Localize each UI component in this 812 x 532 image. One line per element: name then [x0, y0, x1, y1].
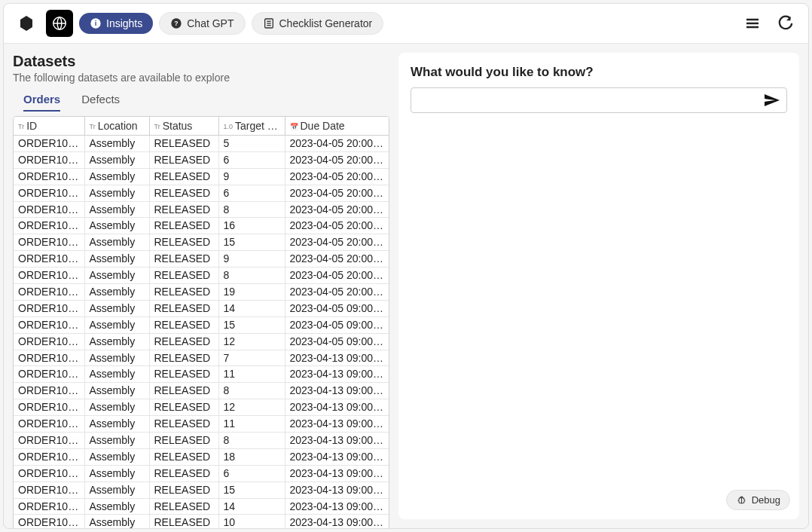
cell-status: RELEASED — [149, 234, 218, 251]
cell-due: 2023-04-05 20:00:… — [285, 168, 389, 185]
cell-due: 2023-04-13 09:00:… — [285, 416, 389, 433]
cell-qty: 6 — [218, 151, 285, 168]
cell-id: ORDER100… — [14, 201, 84, 218]
cell-qty: 8 — [218, 383, 285, 399]
col-header-id[interactable]: TrID — [14, 117, 84, 136]
cell-location: Assembly — [84, 151, 149, 168]
refresh-button[interactable] — [772, 10, 799, 37]
cell-qty: 18 — [218, 448, 285, 465]
cell-qty: 19 — [218, 284, 285, 301]
cell-qty: 15 — [218, 234, 285, 251]
cell-id: ORDER100… — [14, 433, 84, 449]
cell-location: Assembly — [84, 201, 149, 218]
cell-id: ORDER100… — [14, 234, 84, 251]
cell-qty: 14 — [218, 498, 285, 515]
table-row[interactable]: ORDER100…AssemblyRELEASED102023-04-13 09… — [14, 515, 389, 528]
table-row[interactable]: ORDER100…AssemblyRELEASED142023-04-13 09… — [14, 498, 389, 515]
table-row[interactable]: ORDER100…AssemblyRELEASED82023-04-05 20:… — [14, 201, 389, 218]
cell-status: RELEASED — [149, 465, 218, 482]
cell-qty: 14 — [218, 300, 285, 316]
cell-due: 2023-04-05 09:00:… — [285, 316, 389, 333]
cell-location: Assembly — [84, 399, 149, 416]
cell-qty: 9 — [218, 251, 285, 268]
send-button[interactable] — [762, 91, 780, 109]
tab-orders[interactable]: Orders — [23, 93, 60, 112]
cell-location: Assembly — [84, 251, 149, 268]
col-header-status[interactable]: TrStatus — [149, 117, 218, 136]
checklist-chip[interactable]: Checklist Generator — [252, 12, 384, 35]
cell-due: 2023-04-05 20:00:… — [285, 284, 389, 301]
cell-id: ORDER100… — [14, 482, 84, 498]
table-row[interactable]: ORDER100…AssemblyRELEASED112023-04-13 09… — [14, 366, 389, 383]
table-row[interactable]: ORDER100…AssemblyRELEASED152023-04-13 09… — [14, 482, 389, 498]
cell-location: Assembly — [84, 234, 149, 251]
debug-label: Debug — [752, 494, 780, 506]
cell-location: Assembly — [84, 284, 149, 301]
col-header-due-date[interactable]: 📅Due Date — [285, 117, 389, 136]
cell-id: ORDER100… — [14, 465, 84, 482]
table-row[interactable]: ORDER100…AssemblyRELEASED62023-04-05 20:… — [14, 185, 389, 201]
cell-status: RELEASED — [149, 268, 218, 284]
cell-status: RELEASED — [149, 482, 218, 498]
table-row[interactable]: ORDER100…AssemblyRELEASED72023-04-13 09:… — [14, 350, 389, 366]
openai-logo-icon[interactable] — [46, 10, 73, 37]
table-row[interactable]: ORDER10011AssemblyRELEASED142023-04-05 0… — [14, 300, 389, 316]
cell-id: ORDER100… — [14, 448, 84, 465]
cell-qty: 7 — [218, 350, 285, 366]
cell-due: 2023-04-05 20:00:… — [285, 151, 389, 168]
cell-status: RELEASED — [149, 201, 218, 218]
prompt-input[interactable] — [417, 91, 762, 109]
table-row[interactable]: ORDER100…AssemblyRELEASED182023-04-13 09… — [14, 448, 389, 465]
cell-due: 2023-04-05 20:00:… — [285, 136, 389, 152]
table-row[interactable]: ORDER100…AssemblyRELEASED122023-04-05 09… — [14, 333, 389, 350]
info-icon: i — [90, 17, 102, 29]
table-row[interactable]: ORDER100…AssemblyRELEASED152023-04-05 20… — [14, 234, 389, 251]
cell-id: ORDER100… — [14, 350, 84, 366]
cell-qty: 12 — [218, 333, 285, 350]
table-row[interactable]: ORDER100…AssemblyRELEASED92023-04-05 20:… — [14, 168, 389, 185]
table-row[interactable]: ORDER100…AssemblyRELEASED62023-04-13 09:… — [14, 465, 389, 482]
cell-location: Assembly — [84, 333, 149, 350]
svg-line-16 — [743, 503, 744, 503]
cell-id: ORDER100… — [14, 316, 84, 333]
table-row[interactable]: ORDER100…AssemblyRELEASED152023-04-05 09… — [14, 316, 389, 333]
menu-button[interactable] — [739, 10, 766, 37]
datasets-panel: Datasets The following datasets are avai… — [13, 53, 389, 519]
cell-id: ORDER100… — [14, 416, 84, 433]
table-row[interactable]: ORDER100…AssemblyRELEASED82023-04-05 20:… — [14, 268, 389, 284]
debug-chip[interactable]: Debug — [726, 490, 790, 510]
send-icon — [762, 91, 780, 109]
cell-status: RELEASED — [149, 218, 218, 234]
table-row[interactable]: ORDER100…AssemblyRELEASED52023-04-05 20:… — [14, 136, 389, 152]
cell-qty: 15 — [218, 316, 285, 333]
cell-status: RELEASED — [149, 383, 218, 399]
table-row[interactable]: ORDER100…AssemblyRELEASED62023-04-05 20:… — [14, 151, 389, 168]
cell-id: ORDER100… — [14, 383, 84, 399]
table-row[interactable]: ORDER100…AssemblyRELEASED162023-04-05 20… — [14, 218, 389, 234]
cell-location: Assembly — [84, 350, 149, 366]
table-row[interactable]: ORDER100…AssemblyRELEASED192023-04-05 20… — [14, 284, 389, 301]
table-row[interactable]: ORDER100…AssemblyRELEASED82023-04-13 09:… — [14, 433, 389, 449]
cell-due: 2023-04-05 20:00:… — [285, 234, 389, 251]
table-row[interactable]: ORDER100…AssemblyRELEASED112023-04-13 09… — [14, 416, 389, 433]
table-row[interactable]: ORDER100…AssemblyRELEASED92023-04-05 20:… — [14, 251, 389, 268]
svg-text:?: ? — [175, 20, 179, 27]
table-row[interactable]: ORDER100…AssemblyRELEASED82023-04-13 09:… — [14, 383, 389, 399]
text-type-icon: Tr — [90, 123, 96, 130]
chatgpt-chip[interactable]: ? Chat GPT — [159, 12, 245, 35]
cell-qty: 5 — [218, 136, 285, 152]
cell-qty: 16 — [218, 218, 285, 234]
cell-status: RELEASED — [149, 399, 218, 416]
col-header-location[interactable]: TrLocation — [84, 117, 149, 136]
insights-chip[interactable]: i Insights — [79, 13, 153, 34]
cell-qty: 9 — [218, 168, 285, 185]
app-logo-icon[interactable] — [13, 10, 40, 37]
col-header-target-qty[interactable]: 1.0Target Q… — [218, 117, 285, 136]
text-type-icon: Tr — [154, 123, 160, 130]
help-icon: ? — [170, 17, 182, 29]
cell-location: Assembly — [84, 268, 149, 284]
tab-defects[interactable]: Defects — [81, 93, 120, 112]
checklist-label: Checklist Generator — [279, 17, 373, 29]
table-row[interactable]: ORDER100…AssemblyRELEASED122023-04-13 09… — [14, 399, 389, 416]
cell-qty: 8 — [218, 201, 285, 218]
